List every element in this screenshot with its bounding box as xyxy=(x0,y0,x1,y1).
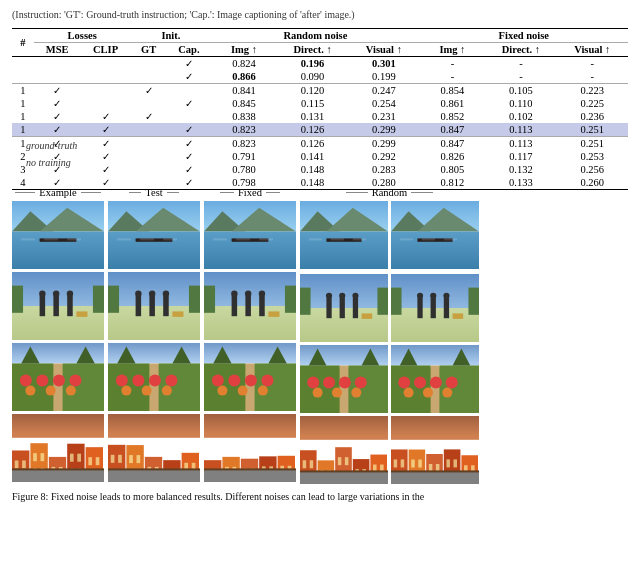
col-group-headers: # Losses Init. Random noise Fixed noise xyxy=(12,29,628,43)
col-cap: Cap. xyxy=(167,43,212,57)
example-img-4 xyxy=(12,414,104,482)
random-label: Random xyxy=(372,187,408,198)
col-r-img: Img ↑ xyxy=(211,43,277,57)
rand1-img-4 xyxy=(300,416,388,484)
results-table: # Losses Init. Random noise Fixed noise … xyxy=(12,28,628,190)
fixed-label: Fixed xyxy=(238,187,262,198)
test-img-2 xyxy=(108,272,200,340)
fixed-img-1 xyxy=(204,201,296,269)
random-col: Random xyxy=(300,187,479,484)
rand2-img-4 xyxy=(391,416,479,484)
col-fixed: Fixed noise xyxy=(420,29,628,43)
fixed-img-3 xyxy=(204,343,296,411)
table-row: 3 ✓ ✓ ✓ 0.780 0.148 0.283 0.805 0.132 0.… xyxy=(12,163,628,176)
test-img-4 xyxy=(108,414,200,482)
fixed-img-2 xyxy=(204,272,296,340)
rand1-img-2 xyxy=(300,274,388,342)
rand2-img-3 xyxy=(391,345,479,413)
example-img-3 xyxy=(12,343,104,411)
table-row: 1 ✓ ✓ ✓ 0.823 0.126 0.299 0.847 0.113 0.… xyxy=(12,137,628,151)
caption-top: (Instruction: 'GT': Ground-truth instruc… xyxy=(12,8,628,22)
col-hash: # xyxy=(12,29,34,57)
col-init: Init. xyxy=(131,29,212,43)
image-section: Example Test Fixed xyxy=(12,187,628,484)
fixed-img-4 xyxy=(204,414,296,482)
col-clip: CLIP xyxy=(81,43,131,57)
test-col: Test xyxy=(108,187,200,482)
table-row: ✓ 0.866 0.090 0.199 - - - xyxy=(12,70,628,84)
col-f-img: Img ↑ xyxy=(420,43,486,57)
col-f-direct: Direct. ↑ xyxy=(485,43,556,57)
sub-headers: MSE CLIP GT Cap. Img ↑ Direct. ↑ Visual … xyxy=(12,43,628,57)
table-row: 1 ✓ ✓ 0.841 0.120 0.247 0.854 0.105 0.22… xyxy=(12,84,628,98)
test-img-3 xyxy=(108,343,200,411)
test-img-1 xyxy=(108,201,200,269)
table-row: 1 ✓ ✓ 0.845 0.115 0.254 0.861 0.110 0.22… xyxy=(12,97,628,110)
table-row: 2 ✓ ✓ ✓ 0.791 0.141 0.292 0.826 0.117 0.… xyxy=(12,150,628,163)
example-img-2 xyxy=(12,272,104,340)
col-losses: Losses xyxy=(34,29,131,43)
col-f-visual: Visual ↑ xyxy=(557,43,628,57)
figure-caption: Figure 8: Fixed noise leads to more bala… xyxy=(12,490,628,504)
col-r-visual: Visual ↑ xyxy=(348,43,419,57)
table-row: ✓ 0.824 0.196 0.301 - - - xyxy=(12,57,628,71)
example-label: Example xyxy=(39,187,76,198)
rand2-img-2 xyxy=(391,274,479,342)
rand2-img-1 xyxy=(391,201,479,269)
example-img-1 xyxy=(12,201,104,269)
col-r-direct: Direct. ↑ xyxy=(277,43,348,57)
example-col: Example xyxy=(12,187,104,482)
rand1-img-1 xyxy=(300,201,388,269)
test-label: Test xyxy=(145,187,162,198)
col-mse: MSE xyxy=(34,43,81,57)
col-gt: GT xyxy=(131,43,167,57)
fixed-col: Fixed xyxy=(204,187,296,482)
rand1-img-3 xyxy=(300,345,388,413)
table-row: 1 ✓ ✓ ✓ 0.823 0.126 0.299 0.847 0.113 0.… xyxy=(12,123,628,137)
col-random: Random noise xyxy=(211,29,419,43)
table-row: 1 ✓ ✓ ✓ 0.838 0.131 0.231 0.852 0.102 0.… xyxy=(12,110,628,123)
